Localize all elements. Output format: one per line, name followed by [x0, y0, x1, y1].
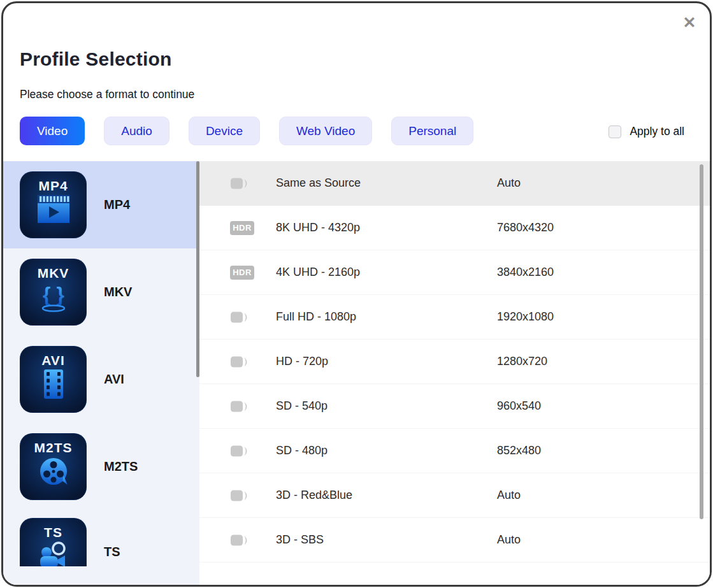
sidebar-item-m2ts[interactable]: M2TSM2TS [3, 423, 199, 510]
profile-name: 4K UHD - 2160p [276, 266, 497, 279]
sidebar-item-label: MP4 [104, 197, 130, 212]
profile-list: Same as SourceAutoHDR8K UHD - 4320p7680x… [199, 161, 710, 585]
tile-label: AVI [41, 353, 64, 368]
profile-row-sd-540p[interactable]: SD - 540p960x540 [199, 384, 710, 429]
format-tabs: VideoAudioDeviceWeb VideoPersonal [20, 117, 473, 145]
profile-name: Full HD - 1080p [276, 310, 497, 324]
profile-name: SD - 480p [276, 444, 497, 457]
hdr-badge: HDR [230, 266, 254, 280]
camera-icon [230, 533, 276, 547]
apply-to-all-label: Apply to all [630, 125, 684, 138]
apply-to-all-group: Apply to all [609, 125, 684, 138]
sidebar-item-mkv[interactable]: MKV{ }MKV [3, 248, 199, 336]
apply-to-all-checkbox[interactable] [609, 125, 621, 138]
list-scrollbar-thumb[interactable] [700, 164, 703, 519]
tab-audio[interactable]: Audio [104, 117, 169, 145]
mp4-format-icon: MP4 [20, 171, 87, 238]
camera-icon [230, 176, 276, 190]
sidebar-item-label: MKV [104, 285, 132, 299]
profile-row-4k-uhd-2160p[interactable]: HDR4K UHD - 2160p3840x2160 [199, 250, 710, 295]
tile-label: MKV [38, 266, 69, 281]
mkv-format-icon: MKV{ } [20, 259, 87, 326]
profile-name: 3D - Red&Blue [276, 489, 497, 502]
tab-personal[interactable]: Personal [391, 117, 473, 145]
sidebar-item-ts[interactable]: TSTS [3, 510, 199, 585]
hdr-badge: HDR [230, 221, 254, 235]
profile-row-hd-720p[interactable]: HD - 720p1280x720 [199, 340, 710, 384]
tile-label: M2TS [34, 440, 72, 455]
profile-resolution: 7680x4320 [497, 221, 554, 234]
profile-name: 3D - SBS [276, 533, 497, 547]
camera-icon [230, 489, 276, 503]
avi-format-icon: AVI [20, 346, 87, 413]
svg-text:{ }: { } [43, 283, 64, 306]
tile-label: MP4 [38, 178, 68, 194]
profile-row-8k-uhd-4320p[interactable]: HDR8K UHD - 4320p7680x4320 [199, 206, 710, 250]
sidebar-item-label: M2TS [104, 459, 138, 474]
camera-icon [230, 310, 276, 324]
tab-device[interactable]: Device [189, 117, 260, 145]
sidebar-item-mp4[interactable]: MP4MP4 [3, 161, 199, 248]
profile-name: HD - 720p [276, 355, 497, 368]
badge-column: HDR [230, 221, 276, 235]
profile-resolution: 960x540 [497, 399, 541, 413]
profile-resolution: Auto [497, 533, 521, 547]
profile-selection-dialog: ✕ Profile Selection Please choose a form… [1, 1, 712, 587]
profile-resolution: Auto [497, 176, 521, 190]
page-subtitle: Please choose a format to continue [20, 88, 194, 101]
profile-resolution: 852x480 [497, 444, 541, 457]
profile-name: Same as Source [276, 176, 497, 190]
format-sidebar: MP4MP4MKV{ }MKVAVIAVIM2TSM2TSTSTS [3, 161, 199, 585]
camera-icon [230, 355, 276, 369]
close-icon[interactable]: ✕ [679, 12, 700, 32]
badge-column: HDR [230, 266, 276, 280]
tile-label: TS [44, 525, 62, 540]
profile-resolution: Auto [497, 489, 521, 502]
profile-row-same-as-source[interactable]: Same as SourceAuto [199, 161, 710, 206]
tab-web-video[interactable]: Web Video [279, 117, 372, 145]
camera-icon [230, 444, 276, 458]
ts-format-icon: TS [20, 518, 87, 566]
profile-name: SD - 540p [276, 399, 497, 413]
profile-resolution: 1920x1080 [497, 310, 554, 324]
profile-name: 8K UHD - 4320p [276, 221, 497, 234]
profile-row-full-hd-1080p[interactable]: Full HD - 1080p1920x1080 [199, 295, 710, 340]
sidebar-item-label: TS [104, 545, 120, 559]
profile-resolution: 3840x2160 [497, 266, 554, 279]
profile-row-sd-480p[interactable]: SD - 480p852x480 [199, 429, 710, 473]
profile-resolution: 1280x720 [497, 355, 547, 368]
sidebar-item-avi[interactable]: AVIAVI [3, 336, 199, 423]
tab-video[interactable]: Video [20, 117, 85, 145]
m2ts-format-icon: M2TS [20, 433, 87, 500]
sidebar-item-label: AVI [104, 372, 124, 387]
page-title: Profile Selection [20, 48, 171, 70]
camera-icon [230, 399, 276, 413]
profile-row-3d-sbs[interactable]: 3D - SBSAuto [199, 518, 710, 563]
profile-row-3d-red-blue[interactable]: 3D - Red&BlueAuto [199, 473, 710, 518]
